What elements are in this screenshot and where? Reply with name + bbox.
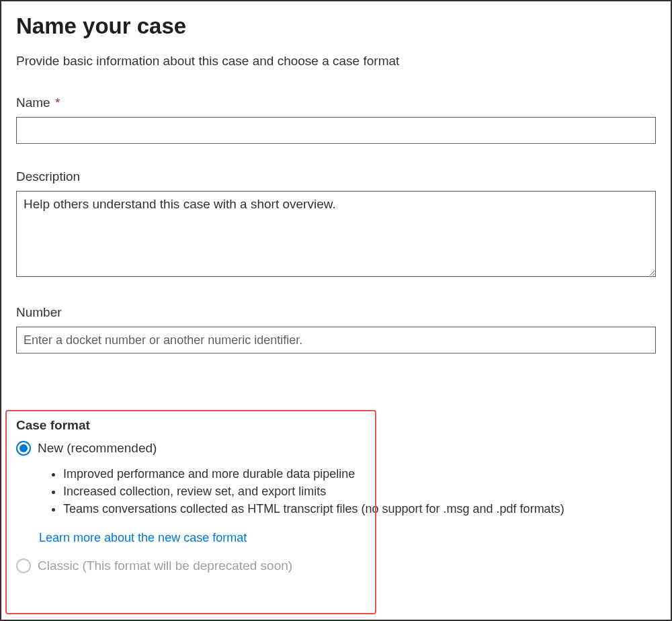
case-format-label: Case format bbox=[16, 418, 656, 433]
case-format-section: Case format New (recommended) Improved p… bbox=[16, 418, 656, 573]
number-input[interactable] bbox=[16, 327, 656, 354]
number-label: Number bbox=[16, 305, 656, 320]
radio-new-inner bbox=[19, 444, 28, 452]
description-label: Description bbox=[16, 169, 656, 184]
description-textarea[interactable] bbox=[16, 191, 656, 277]
name-field-group: Name * bbox=[16, 95, 656, 144]
radio-option-classic[interactable]: Classic (This format will be deprecated … bbox=[16, 558, 656, 573]
page-title: Name your case bbox=[16, 13, 656, 39]
radio-option-new[interactable]: New (recommended) bbox=[16, 441, 656, 456]
feature-item: Teams conversations collected as HTML tr… bbox=[63, 500, 656, 518]
radio-classic-label[interactable]: Classic (This format will be deprecated … bbox=[38, 558, 292, 573]
radio-classic-circle[interactable] bbox=[16, 558, 31, 573]
name-label-text: Name bbox=[16, 95, 50, 110]
page-subtitle: Provide basic information about this cas… bbox=[16, 54, 656, 69]
radio-new-circle[interactable] bbox=[16, 441, 31, 456]
name-input[interactable] bbox=[16, 117, 656, 144]
learn-more-link[interactable]: Learn more about the new case format bbox=[39, 531, 247, 545]
form-panel: Name your case Provide basic information… bbox=[0, 0, 672, 621]
feature-item: Increased collection, review set, and ex… bbox=[63, 483, 656, 500]
feature-item: Improved performance and more durable da… bbox=[63, 465, 656, 483]
feature-list: Improved performance and more durable da… bbox=[63, 465, 656, 518]
number-field-group: Number bbox=[16, 305, 656, 354]
radio-new-label[interactable]: New (recommended) bbox=[38, 441, 157, 456]
required-mark: * bbox=[55, 95, 60, 110]
description-field-group: Description bbox=[16, 169, 656, 280]
name-label: Name * bbox=[16, 95, 656, 110]
